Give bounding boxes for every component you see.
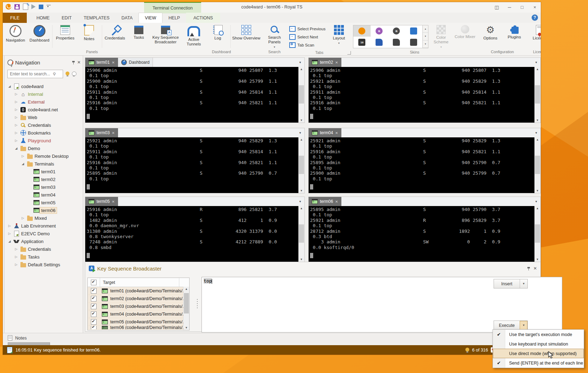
tree-expander-icon[interactable]: ▷ — [7, 232, 12, 235]
terminal-screen-term01[interactable]: 25906 admin S 940 25807 1.3 0.1 top 2590… — [85, 67, 304, 123]
target-row-2[interactable]: term02 (code4ward/Demo/Terminals/... — [88, 295, 189, 303]
tree-expander-icon[interactable]: ◢ — [7, 85, 12, 88]
tree-expander-icon[interactable]: ◢ — [14, 147, 18, 150]
select-all-checkbox[interactable] — [88, 280, 100, 285]
tree-item-term02[interactable]: term02 — [5, 175, 82, 183]
select-previous-button[interactable]: Select Previous — [289, 25, 326, 32]
skin-dark-circle[interactable]: B — [388, 25, 405, 37]
scroll-up-icon[interactable]: ▴ — [423, 25, 428, 33]
terminal-scrollbar[interactable]: ▲▼ — [534, 67, 540, 123]
menu-item-3[interactable]: Use direct mode (when supported) — [493, 349, 584, 358]
tree-expander-icon[interactable]: ▷ — [14, 263, 18, 266]
tab-file[interactable]: FILE — [3, 13, 27, 23]
navigation-button[interactable]: Navigation — [4, 24, 27, 43]
terminal-screen-term06[interactable]: 25895 admin S 940 25790 3.7 0.1 top 2592… — [309, 206, 540, 262]
target-row-5[interactable]: term05 (code4ward/Demo/Terminals/... — [88, 318, 189, 326]
tree-expander-icon[interactable]: ▷ — [14, 92, 18, 96]
menu-item-1[interactable]: ✔Use the target's execution mode — [493, 330, 584, 339]
options-button[interactable]: ⚙Options — [478, 24, 502, 41]
scroll-down-icon[interactable]: ▼ — [298, 258, 304, 261]
credentials-button[interactable]: Credentials — [103, 24, 127, 41]
tree-item-default-settings[interactable]: ▷Default Settings — [5, 261, 82, 268]
tree-item-e2evc-demo[interactable]: ▷E2EVC Demo — [5, 230, 82, 237]
scroll-up-icon[interactable]: ▲ — [534, 207, 540, 210]
target-row-6[interactable]: term06 (code4ward/Demo/Terminals/... — [88, 326, 189, 330]
tree-expander-icon[interactable]: ▷ — [14, 108, 18, 111]
log-button[interactable]: Log — [206, 24, 230, 41]
target-row-4[interactable]: term04 (code4ward/Demo/Terminals/... — [88, 310, 189, 318]
execute-dropdown-icon[interactable]: ▼ — [520, 321, 527, 330]
license-button[interactable]: License — [528, 24, 541, 41]
close-icon[interactable]: ✕ — [533, 267, 537, 271]
close-tab-icon[interactable]: ✕ — [335, 61, 338, 64]
skin-dark-phone[interactable] — [405, 37, 422, 48]
dialog-launcher-icon[interactable] — [347, 51, 351, 55]
layout-button[interactable]: Layout▾ — [327, 24, 351, 45]
tab-templates[interactable]: TEMPLATES — [78, 13, 115, 23]
terminal-scrollbar[interactable]: ▲▼ — [298, 206, 304, 262]
pane-dropdown-icon[interactable]: ▼ — [533, 197, 540, 206]
tab-actions[interactable]: ACTIONS — [187, 13, 219, 23]
scroll-down-icon[interactable]: ▼ — [184, 326, 189, 329]
target-checkbox[interactable] — [88, 296, 100, 301]
tree-item-demo[interactable]: ◢Demo — [5, 144, 82, 152]
terminal-screen-term03[interactable]: 25921 admin S 940 25829 1.3 0.1 top 2591… — [85, 137, 304, 193]
target-checkbox[interactable] — [88, 304, 100, 309]
tree-expander-icon[interactable]: ◢ — [7, 240, 12, 243]
tree-expander-icon[interactable]: ▷ — [14, 116, 18, 119]
scroll-down-icon[interactable]: ▾ — [423, 33, 428, 40]
tree-item-code4ward[interactable]: ◢code4ward — [5, 82, 82, 90]
notes-button[interactable]: Notes — [77, 24, 101, 41]
tree-item-lab-environment[interactable]: ▷Lab Environment — [5, 222, 82, 230]
scroll-down-icon[interactable]: ▼ — [534, 189, 540, 192]
tab-home[interactable]: HOME — [30, 13, 56, 23]
terminal-scrollbar[interactable]: ▲▼ — [534, 206, 540, 262]
terminal-scrollbar[interactable]: ▲▼ — [298, 137, 304, 193]
tab-term01[interactable]: term01✕ — [85, 58, 118, 67]
tree-item-terminals[interactable]: ◢Terminals — [5, 160, 82, 168]
scroll-down-icon[interactable]: ▼ — [298, 189, 304, 192]
skin-office-dark[interactable] — [388, 37, 405, 48]
search-panels-button[interactable]: Search Panels▾ — [262, 24, 286, 49]
properties-button[interactable]: Properties — [53, 24, 77, 41]
target-row-3[interactable]: term03 (code4ward/Demo/Terminals/... — [88, 303, 189, 310]
tree-item-tasks[interactable]: ▷Tasks — [5, 253, 82, 261]
scroll-up-icon[interactable]: ▲ — [534, 138, 540, 141]
menu-item-4[interactable]: ✔Send {ENTER} at the end of each line — [493, 358, 584, 368]
tab-term03[interactable]: term03✕ — [85, 128, 118, 137]
scrollbar-thumb[interactable] — [299, 156, 304, 174]
terminal-screen-term04[interactable]: 25921 admin S 940 25829 1.3 0.1 top 2591… — [309, 137, 540, 193]
tree-item-playground[interactable]: ▷Playground — [5, 137, 82, 144]
tree-item-term06[interactable]: term06 — [5, 206, 82, 214]
scroll-up-icon[interactable]: ▲ — [534, 68, 540, 71]
scroll-down-icon[interactable]: ▼ — [534, 119, 540, 122]
skin-blue-phone[interactable] — [405, 25, 422, 37]
tree-expander-icon[interactable]: ▷ — [21, 216, 25, 220]
minimize-icon[interactable]: ─ — [506, 4, 513, 11]
splitter-handle[interactable] — [197, 299, 198, 308]
tab-edit[interactable]: EDIT — [56, 13, 78, 23]
scrollbar-thumb[interactable] — [184, 293, 189, 313]
active-tunnels-button[interactable]: Active Tunnels — [182, 24, 206, 46]
scroll-up-icon[interactable]: ▲ — [298, 68, 304, 71]
scrollbar-thumb[interactable] — [535, 156, 540, 174]
skin-office-blue[interactable] — [371, 37, 388, 48]
tab-data[interactable]: DATA — [116, 13, 138, 23]
tree-expander-icon[interactable]: ▷ — [14, 139, 18, 142]
pin-icon[interactable] — [72, 61, 75, 64]
scroll-up-icon[interactable]: ▲ — [184, 287, 189, 291]
target-row-1[interactable]: term01 (code4ward/Demo/Terminals/... — [88, 287, 189, 295]
pane-dropdown-icon[interactable]: ▼ — [297, 197, 304, 206]
tree-item-internal[interactable]: ▷⌂Internal — [5, 90, 82, 98]
tree-item-term05[interactable]: term05 — [5, 199, 82, 206]
target-list-scrollbar[interactable]: ▲ ▼ — [183, 287, 189, 330]
close-tab-icon[interactable]: ✕ — [112, 131, 114, 135]
pane-dropdown-icon[interactable]: ▼ — [297, 128, 304, 137]
tab-term05[interactable]: term05✕ — [85, 197, 118, 206]
tree-expander-icon[interactable]: ▷ — [21, 154, 25, 158]
close-tab-icon[interactable]: ✕ — [335, 131, 338, 135]
pane-dropdown-icon[interactable]: ▼ — [533, 128, 540, 137]
close-tab-icon[interactable]: ✕ — [112, 61, 114, 64]
pane-dropdown-icon[interactable]: ▼ — [533, 58, 540, 67]
close-icon[interactable]: ✕ — [77, 61, 81, 64]
